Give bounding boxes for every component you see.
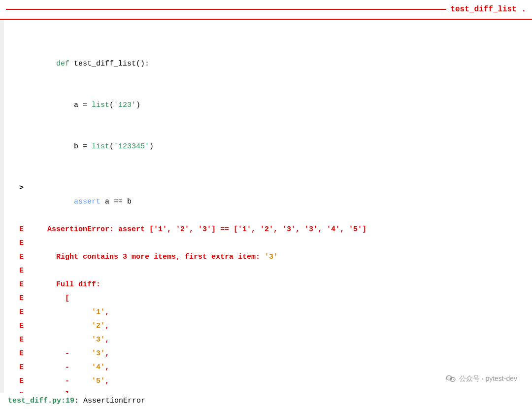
code-line-right-contains: E Right contains 3 more items, first ext… [0,250,532,264]
top-separator [6,9,446,10]
line-marker-e8: E [0,319,30,333]
diff-str-3: '3' [92,349,105,358]
line-content-item2: '2', [30,319,532,333]
indent [56,198,74,206]
line-content [30,30,532,43]
paren-open: ( [109,101,114,109]
code-line-def: def test_diff_list(): [0,43,532,85]
code-line-item-1: E '1', [0,306,532,319]
item-str-1: '1' [92,308,105,316]
diff-str-5: '5' [92,377,105,385]
wechat-icon [445,374,456,384]
line-content-bracket: [ [30,292,532,306]
line-marker-e12: E [0,375,30,388]
line-content: a = list('123') [30,85,532,126]
svg-point-5 [453,379,454,380]
bottom-bar: test_diff.py:19: AssertionError [0,393,532,409]
line-content-blank2 [30,264,532,278]
code-line-e-blank1: E [0,237,532,250]
code-line-item-3: E '3', [0,333,532,347]
line-content-item3: '3', [30,333,532,347]
line-content-assert: assert a == b [30,181,532,223]
sidebar-left [0,20,4,409]
line-content-full-diff: Full diff: [30,278,532,292]
paren: (): [136,60,149,68]
code-line-e-blank2: E [0,264,532,278]
line-content-diff3: - '3', [30,347,532,361]
code-line-b: b = list('123345') [0,126,532,168]
line-marker-e3: E [0,250,30,264]
item-str-2: '2' [92,322,105,330]
line-marker-e9: E [0,333,30,347]
line-marker-e1: E [0,223,30,237]
code-line [0,30,532,43]
code-area: def test_diff_list(): a = list('123') b … [0,20,532,409]
keyword-def: def [56,60,74,68]
code-line-item-2: E '2', [0,319,532,333]
line-content-item1: '1', [30,306,532,319]
line-content: b = list('123345') [30,126,532,168]
line-content-right: Right contains 3 more items, first extra… [30,250,532,264]
line-marker-e4: E [0,264,30,278]
code-line-assertion-error: E AssertionError: assert ['1', '2', '3']… [0,223,532,237]
paren-close2: ) [149,142,154,151]
code-line-a: a = list('123') [0,85,532,126]
line-marker-e7: E [0,306,30,319]
svg-point-4 [451,379,452,380]
line-marker-e2: E [0,237,30,250]
line-content-diff4: - '4', [30,361,532,375]
line-marker-e6: E [0,292,30,306]
line-content-err1: AssertionError: assert ['1', '2', '3'] =… [30,223,532,237]
str-123: '123' [114,101,136,109]
paren-open2: ( [109,142,114,151]
indent: a = [56,101,92,109]
watermark-text: 公众号 · pytest-dev [459,375,517,383]
paren-close: ) [136,101,140,109]
top-bar: test_diff_list . [0,0,532,20]
diff-str-4: '4' [92,363,105,372]
item-str-3: '3' [92,336,105,344]
fn-list: list [92,101,109,109]
line-content: def test_diff_list(): [30,43,532,85]
fn-list2: list [92,142,109,151]
code-line-diff-4: E - '4', [0,361,532,375]
line-content-blank [30,237,532,250]
code-line-bracket-open: E [ [0,292,532,306]
assert-expr: a == b [100,198,132,206]
line-marker-gt: > [0,181,30,195]
top-bar-title: test_diff_list . [450,5,526,14]
error-type-label: : AssertionError [74,397,145,405]
line-marker-e10: E [0,347,30,361]
line-marker-e11: E [0,361,30,375]
file-link[interactable]: test_diff.py:19 [8,397,74,405]
svg-point-1 [447,377,448,378]
line-marker-e5: E [0,278,30,292]
watermark: 公众号 · pytest-dev [445,374,517,384]
code-line-diff-3: E - '3', [0,347,532,361]
code-line-full-diff: E Full diff: [0,278,532,292]
line-content [30,168,532,181]
str-123345: '123345' [114,142,149,151]
keyword-assert: assert [74,198,100,206]
extra-item-str: '3' [265,253,278,261]
code-line-blank [0,168,532,181]
code-line-assert: > assert a == b [0,181,532,223]
function-name: test_diff_list [74,60,136,68]
indent: b = [56,142,92,151]
